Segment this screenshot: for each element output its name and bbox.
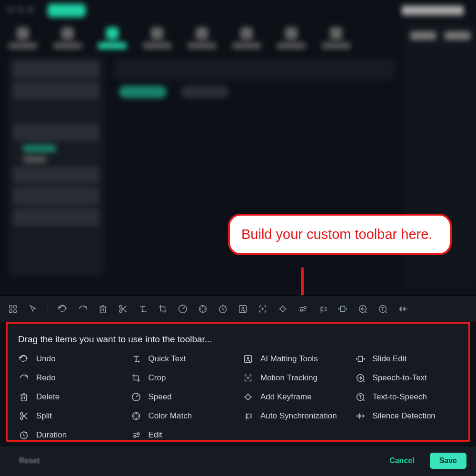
crop-icon[interactable] (158, 304, 168, 314)
keyframe-icon (242, 391, 254, 403)
custom-toolbar[interactable] (0, 295, 476, 322)
silence-icon[interactable] (397, 304, 408, 314)
slideedit-icon[interactable] (337, 304, 348, 314)
delete-icon[interactable] (98, 304, 108, 314)
project-title (402, 6, 464, 15)
duration-icon (18, 429, 30, 441)
item-colormatch[interactable]: Color Match (130, 410, 234, 422)
item-label: Duration (36, 430, 67, 440)
crop-icon (130, 372, 142, 384)
main-tabs (9, 23, 466, 53)
toolbar-separator (48, 304, 48, 314)
item-tts[interactable]: Text-to-Speech (355, 391, 458, 403)
item-label: Motion Tracking (260, 373, 317, 383)
item-label: Undo (36, 354, 56, 364)
item-label: Text-to-Speech (373, 392, 427, 402)
item-quicktext[interactable]: Quick Text (130, 353, 234, 365)
save-button[interactable]: Save (430, 453, 466, 469)
item-label: Add Keyframe (260, 392, 312, 402)
item-undo[interactable]: Undo (18, 353, 122, 365)
item-label: Auto Synchronization (260, 411, 337, 421)
customize-heading: Drag the items you want to use into the … (18, 334, 458, 345)
grid-icon[interactable] (8, 304, 18, 314)
colormatch-icon[interactable] (198, 304, 208, 314)
tts-icon (355, 391, 366, 403)
item-label: Speech-to-Text (373, 373, 427, 383)
item-duration[interactable]: Duration (18, 429, 122, 441)
item-speed[interactable]: Speed (130, 391, 234, 403)
motiontrack-icon[interactable] (258, 304, 268, 314)
customize-panel: Drag the items you want to use into the … (6, 322, 470, 442)
edit-icon[interactable] (298, 304, 308, 314)
item-stt[interactable]: Speech-to-Text (355, 372, 458, 384)
item-label: Speed (149, 392, 172, 402)
undo-icon (18, 353, 30, 365)
item-motiontrack[interactable]: Motion Tracking (242, 372, 346, 384)
search-bar (114, 59, 395, 80)
item-slideedit[interactable]: Slide Edit (355, 353, 458, 365)
delete-icon (18, 391, 30, 403)
edit-icon (130, 429, 142, 441)
item-label: Split (36, 411, 52, 421)
tts-icon[interactable] (377, 304, 388, 314)
stt-icon[interactable] (357, 304, 368, 314)
autosync-icon[interactable] (317, 304, 328, 314)
motiontrack-icon (242, 372, 254, 384)
item-label: Silence Detection (373, 411, 436, 421)
item-label: Redo (36, 373, 56, 383)
item-aimatting[interactable]: AI Matting Tools (242, 353, 346, 365)
aimatting-icon[interactable] (238, 304, 248, 314)
cancel-button[interactable]: Cancel (380, 453, 424, 469)
redo-icon[interactable] (78, 304, 88, 314)
quicktext-icon[interactable] (138, 304, 148, 314)
keyframe-icon[interactable] (278, 304, 288, 314)
silence-icon (355, 410, 366, 422)
callout-bubble: Build your custom toolbar here. (228, 214, 452, 255)
aimatting-icon (242, 353, 254, 365)
item-edit[interactable]: Edit (130, 429, 234, 441)
speed-icon[interactable] (178, 304, 188, 314)
redo-icon (18, 372, 30, 384)
item-autosync[interactable]: Auto Synchronization (242, 410, 346, 422)
quicktext-icon (130, 353, 142, 365)
colormatch-icon (130, 410, 142, 422)
split-icon[interactable] (118, 304, 128, 314)
sub-tabs (119, 86, 228, 98)
item-keyframe[interactable]: Add Keyframe (242, 391, 346, 403)
import-button (48, 4, 86, 17)
item-split[interactable]: Split (18, 410, 122, 422)
stt-icon (355, 372, 366, 384)
autosync-icon (242, 410, 254, 422)
item-label: Color Match (149, 411, 192, 421)
item-label: Quick Text (149, 354, 186, 364)
item-redo[interactable]: Redo (18, 372, 122, 384)
item-label: Crop (149, 373, 166, 383)
item-label: AI Matting Tools (260, 354, 318, 364)
item-label: Slide Edit (373, 354, 407, 364)
cursor-icon[interactable] (28, 304, 38, 314)
dialog-footer: Reset Cancel Save (0, 445, 476, 476)
item-silence[interactable]: Silence Detection (355, 410, 458, 422)
reset-button[interactable]: Reset (10, 453, 50, 469)
slideedit-icon (355, 353, 366, 365)
item-label: Edit (149, 430, 162, 440)
split-icon (18, 410, 30, 422)
speed-icon (130, 391, 142, 403)
sidebar (9, 57, 104, 276)
item-label: Delete (36, 392, 60, 402)
undo-icon[interactable] (58, 304, 68, 314)
duration-icon[interactable] (218, 304, 228, 314)
item-delete[interactable]: Delete (18, 391, 122, 403)
item-crop[interactable]: Crop (130, 372, 234, 384)
window-controls (8, 7, 34, 13)
